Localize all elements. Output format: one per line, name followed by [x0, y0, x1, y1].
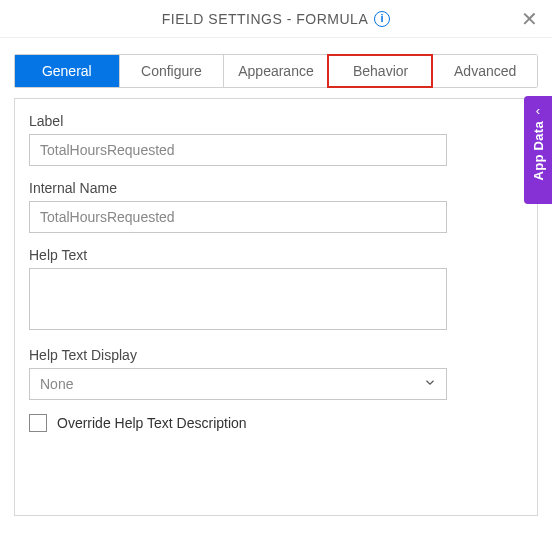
help-text-display-select-wrap: None	[29, 368, 447, 400]
field-row-internal-name: Internal Name	[29, 180, 523, 233]
internal-name-label: Internal Name	[29, 180, 523, 196]
help-text-input[interactable]	[29, 268, 447, 330]
internal-name-input[interactable]	[29, 201, 447, 233]
tab-general[interactable]: General	[15, 55, 119, 87]
override-label: Override Help Text Description	[57, 415, 247, 431]
tab-advanced[interactable]: Advanced	[432, 55, 537, 87]
side-tab-label: App Data	[531, 121, 546, 180]
field-row-help-text-display: Help Text Display None	[29, 347, 523, 400]
dialog-title-wrap: FIELD SETTINGS - FORMULA i	[162, 11, 390, 27]
tab-bar: General Configure Appearance Behavior Ad…	[14, 54, 538, 88]
tab-behavior[interactable]: Behavior	[328, 55, 433, 87]
label-label: Label	[29, 113, 523, 129]
label-input[interactable]	[29, 134, 447, 166]
dialog-header: FIELD SETTINGS - FORMULA i ✕	[0, 0, 552, 38]
dialog-title: FIELD SETTINGS - FORMULA	[162, 11, 368, 27]
field-row-help-text: Help Text	[29, 247, 523, 333]
side-tab-app-data[interactable]: ‹ App Data	[524, 96, 552, 204]
override-checkbox[interactable]	[29, 414, 47, 432]
chevron-left-icon: ‹	[536, 104, 540, 117]
help-text-label: Help Text	[29, 247, 523, 263]
help-text-display-select[interactable]: None	[29, 368, 447, 400]
tab-configure[interactable]: Configure	[119, 55, 224, 87]
override-row: Override Help Text Description	[29, 414, 523, 432]
close-icon[interactable]: ✕	[521, 9, 538, 29]
tab-appearance[interactable]: Appearance	[223, 55, 328, 87]
tab-panel-general: Label Internal Name Help Text Help Text …	[14, 98, 538, 516]
info-icon[interactable]: i	[374, 11, 390, 27]
help-text-display-label: Help Text Display	[29, 347, 523, 363]
field-row-label: Label	[29, 113, 523, 166]
